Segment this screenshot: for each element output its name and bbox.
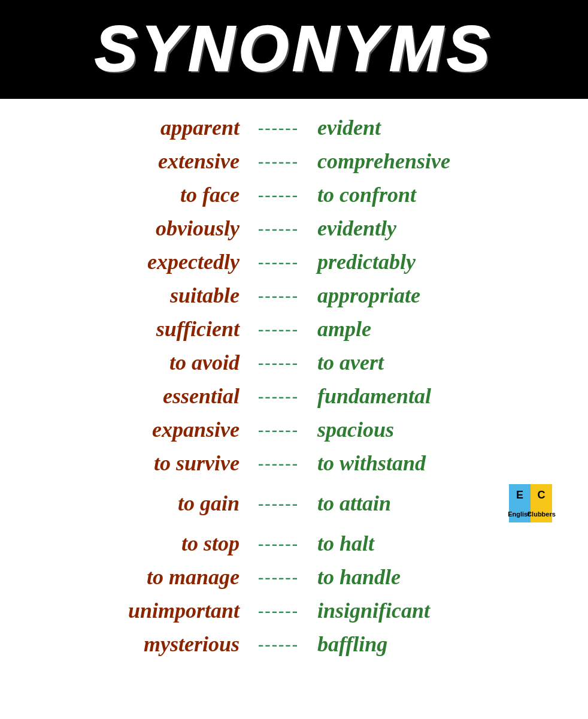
connector-dashes: ------: [240, 219, 317, 238]
synonym-row: to avoid------to avert: [36, 346, 552, 379]
synonym-row: to survive------to withstand: [36, 446, 552, 480]
synonym-row: expansive------spacious: [36, 413, 552, 446]
right-word-container: evidently: [317, 216, 552, 241]
left-word: apparent: [36, 115, 240, 140]
left-word: expansive: [36, 417, 240, 442]
right-word: to handle: [317, 564, 552, 590]
right-word: predictably: [317, 249, 552, 274]
connector-dashes: ------: [240, 319, 317, 339]
right-word-container: fundamental: [317, 383, 552, 409]
right-word: appropriate: [317, 283, 552, 308]
logo-e: E: [509, 484, 531, 506]
right-word-container: to handle: [317, 564, 552, 590]
right-word: evident: [317, 115, 552, 140]
right-word-container: baffling: [317, 632, 552, 657]
synonym-row: obviously------evidently: [36, 212, 552, 245]
right-word-container: ample: [317, 316, 552, 342]
english-clubbers-logo: ECEnglishClubbers: [509, 484, 552, 522]
logo-clubbers: Clubbers: [531, 506, 552, 522]
left-word: to stop: [36, 531, 240, 556]
left-word: extensive: [36, 149, 240, 174]
left-word: suitable: [36, 283, 240, 308]
connector-dashes: ------: [240, 454, 317, 473]
synonym-row: to gain------to attainECEnglishClubbers: [36, 480, 552, 527]
right-word: evidently: [317, 216, 552, 241]
connector-dashes: ------: [240, 494, 317, 513]
right-word-container: predictably: [317, 249, 552, 274]
right-word-container: insignificant: [317, 598, 552, 623]
right-word-container: spacious: [317, 417, 552, 442]
synonym-row: to face------to confront: [36, 178, 552, 212]
connector-dashes: ------: [240, 635, 317, 654]
left-word: to manage: [36, 564, 240, 590]
synonym-row: extensive------comprehensive: [36, 144, 552, 178]
synonym-row: mysterious------baffling: [36, 627, 552, 661]
connector-dashes: ------: [240, 286, 317, 305]
connector-dashes: ------: [240, 567, 317, 587]
connector-dashes: ------: [240, 386, 317, 406]
left-word: to survive: [36, 451, 240, 476]
left-word: sufficient: [36, 316, 240, 342]
left-word: expectedly: [36, 249, 240, 274]
right-word-container: to confront: [317, 182, 552, 207]
logo-c: C: [531, 484, 552, 506]
right-word-container: evident: [317, 115, 552, 140]
connector-dashes: ------: [240, 252, 317, 271]
left-word: to gain: [36, 491, 240, 516]
header-section: SYNONYMS: [0, 0, 588, 99]
connector-dashes: ------: [240, 152, 317, 171]
right-word-container: appropriate: [317, 283, 552, 308]
synonym-row: apparent------evident: [36, 111, 552, 144]
synonym-row: sufficient------ample: [36, 312, 552, 346]
right-word: to halt: [317, 531, 552, 556]
right-word: to confront: [317, 182, 552, 207]
right-word-container: to attainECEnglishClubbers: [317, 484, 552, 522]
right-word: to withstand: [317, 451, 552, 476]
left-word: unimportant: [36, 598, 240, 623]
right-word: comprehensive: [317, 149, 552, 174]
connector-dashes: ------: [240, 353, 317, 372]
right-word-container: comprehensive: [317, 149, 552, 174]
synonym-row: unimportant------insignificant: [36, 594, 552, 627]
left-word: to face: [36, 182, 240, 207]
right-word: ample: [317, 316, 552, 342]
right-word: fundamental: [317, 383, 552, 409]
right-word: insignificant: [317, 598, 552, 623]
synonym-row: to manage------to handle: [36, 560, 552, 594]
right-word-container: to withstand: [317, 451, 552, 476]
right-word-container: to halt: [317, 531, 552, 556]
right-word: to attain: [317, 491, 504, 516]
synonym-row: expectedly------predictably: [36, 245, 552, 279]
connector-dashes: ------: [240, 185, 317, 204]
connector-dashes: ------: [240, 601, 317, 620]
synonym-row: essential------fundamental: [36, 379, 552, 413]
left-word: to avoid: [36, 350, 240, 375]
connector-dashes: ------: [240, 534, 317, 553]
synonyms-list: apparent------evidentextensive------comp…: [0, 99, 588, 719]
right-word: to avert: [317, 350, 552, 375]
right-word-container: to avert: [317, 350, 552, 375]
right-word: baffling: [317, 632, 552, 657]
left-word: essential: [36, 383, 240, 409]
left-word: obviously: [36, 216, 240, 241]
right-word: spacious: [317, 417, 552, 442]
page-title: SYNONYMS: [95, 11, 493, 86]
synonym-row: suitable------appropriate: [36, 279, 552, 312]
connector-dashes: ------: [240, 118, 317, 137]
synonym-row: to stop------to halt: [36, 527, 552, 560]
left-word: mysterious: [36, 632, 240, 657]
connector-dashes: ------: [240, 420, 317, 439]
